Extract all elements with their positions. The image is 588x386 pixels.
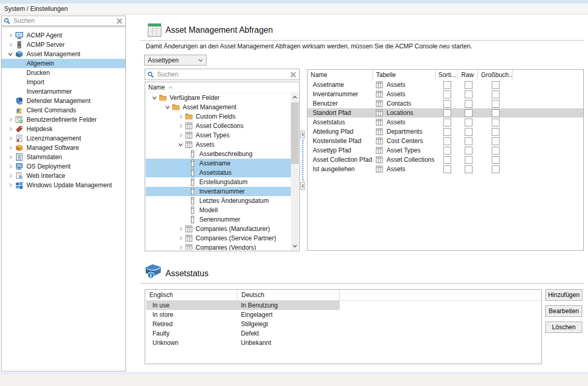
sidebar-item-client-commands[interactable]: Client Commands: [2, 106, 125, 115]
status-row-faulty[interactable]: FaultyDefekt: [145, 329, 541, 338]
fields-column-header[interactable]: Name: [145, 82, 299, 93]
field-tree-item-asset-types[interactable]: Asset Types: [146, 131, 291, 140]
chevron-down-icon[interactable]: [177, 142, 184, 147]
sort-checkbox[interactable]: [443, 137, 451, 145]
raw-checkbox[interactable]: [465, 147, 472, 155]
query-column-row-benutzer[interactable]: BenutzerContacts: [308, 99, 583, 108]
query-column-row-ist-ausgeliehen[interactable]: Ist ausgeliehenAssets: [308, 164, 583, 174]
column-header-name[interactable]: Name: [308, 70, 373, 80]
sidebar-item-allgemein[interactable]: Allgemein: [2, 59, 125, 68]
chevron-right-icon[interactable]: [7, 33, 14, 38]
query-columns-header[interactable]: NameTabelleSorti...RawGroßbuch...: [308, 70, 583, 80]
field-tree-item-asset-collections[interactable]: Asset Collections: [146, 121, 291, 131]
uppercase-checkbox[interactable]: [492, 137, 500, 145]
column-header-sorti[interactable]: Sorti...: [436, 70, 458, 80]
field-tree-item-assetname[interactable]: Assetname: [146, 159, 291, 168]
raw-checkbox[interactable]: [465, 128, 472, 136]
bearbeiten-button[interactable]: Bearbeiten: [545, 305, 582, 317]
query-column-row-assetstatus[interactable]: AssetstatusAssets: [308, 118, 583, 127]
uppercase-checkbox[interactable]: [492, 91, 500, 98]
sort-checkbox[interactable]: [443, 156, 451, 164]
raw-checkbox[interactable]: [465, 100, 472, 108]
scrollbar-thumb[interactable]: [291, 102, 299, 164]
query-column-row-standort-pfad[interactable]: Standort PfadLocations: [308, 108, 583, 118]
sidebar-item-managed-software[interactable]: Managed Software: [2, 143, 125, 152]
status-row-in-store[interactable]: In storeEingelagert: [145, 310, 541, 319]
chevron-right-icon[interactable]: [7, 183, 14, 188]
uppercase-checkbox[interactable]: [492, 119, 500, 126]
sidebar-search[interactable]: [1, 16, 126, 26]
field-tree-item-companies-service-partner[interactable]: Companies (Service Partner): [146, 234, 291, 243]
query-column-row-abteilung-pfad[interactable]: Abteilung PfadDepartments: [308, 127, 583, 136]
scroll-up-icon[interactable]: [291, 93, 299, 101]
column-header-grossbuch[interactable]: Großbuch...: [478, 70, 513, 80]
chevron-right-icon[interactable]: [7, 42, 14, 47]
chevron-right-icon[interactable]: [177, 226, 184, 231]
status-row-retired[interactable]: RetiredStillgelegt: [145, 319, 541, 329]
raw-checkbox[interactable]: [465, 137, 472, 145]
field-tree-item-companies-manufacturer[interactable]: Companies (Manufacturer): [146, 224, 291, 234]
sidebar-item-lizenzmanagement[interactable]: Lizenzmanagement: [2, 134, 125, 143]
uppercase-checkbox[interactable]: [492, 81, 500, 89]
assetstatus-header[interactable]: EnglischDeutsch: [145, 290, 541, 301]
sidebar-item-inventarnummer[interactable]: Inventarnummer: [2, 87, 125, 96]
sort-checkbox[interactable]: [443, 81, 451, 89]
splitter-collapse-icon[interactable]: [300, 182, 305, 190]
clear-search-icon[interactable]: [290, 72, 296, 78]
sidebar-item-asset-management[interactable]: Asset Management: [2, 49, 125, 59]
fields-search[interactable]: [145, 69, 300, 80]
chevron-right-icon[interactable]: [7, 164, 14, 169]
sidebar-item-stammdaten[interactable]: Stammdaten: [2, 152, 125, 162]
sidebar-item-windows-update-management[interactable]: Windows Update Management: [2, 181, 125, 190]
sidebar-item-helpdesk[interactable]: Helpdesk: [2, 124, 125, 134]
raw-checkbox[interactable]: [465, 109, 472, 117]
query-column-row-inventarnummer[interactable]: InventarnummerAssets: [308, 89, 583, 99]
query-column-row-assetname[interactable]: AssetnameAssets: [308, 80, 583, 89]
sort-checkbox[interactable]: [443, 147, 451, 155]
scroll-down-icon[interactable]: [291, 242, 299, 250]
uppercase-checkbox[interactable]: [492, 156, 500, 164]
field-tree-item-verfugbare-felder[interactable]: Verfügbare Felder: [146, 93, 291, 102]
status-row-unknown[interactable]: UnknownUnbekannt: [145, 338, 541, 348]
chevron-right-icon[interactable]: [7, 126, 14, 132]
chevron-right-icon[interactable]: [177, 133, 184, 138]
asset-type-select[interactable]: Assettypen: [144, 55, 207, 66]
chevron-right-icon[interactable]: [7, 145, 14, 150]
field-tree-item-seriennummer[interactable]: Seriennummer: [146, 215, 291, 224]
field-tree-item-modell[interactable]: Modell: [146, 205, 291, 215]
sort-checkbox[interactable]: [443, 128, 451, 136]
clear-search-icon[interactable]: [117, 18, 122, 24]
sort-checkbox[interactable]: [443, 91, 451, 98]
sort-checkbox[interactable]: [443, 100, 451, 108]
chevron-right-icon[interactable]: [177, 114, 184, 119]
sidebar-item-os-deployment[interactable]: OS Deployment: [2, 162, 125, 171]
field-tree-item-letztes-anderungsdatum[interactable]: Letztes Änderungsdatum: [146, 196, 291, 205]
sidebar-search-input[interactable]: [12, 17, 117, 25]
panel-splitter[interactable]: [302, 139, 303, 181]
column-header-tabelle[interactable]: Tabelle: [373, 70, 436, 80]
sidebar-item-web-interface[interactable]: Web Interface: [2, 171, 125, 181]
sidebar-item-import[interactable]: Import: [2, 78, 125, 87]
chevron-down-icon[interactable]: [164, 105, 171, 110]
field-tree-item-assetbeschreibung[interactable]: Assetbeschreibung: [146, 149, 291, 159]
status-row-in-use[interactable]: In useIn Benutzung: [145, 301, 541, 310]
column-header-raw[interactable]: Raw: [458, 70, 478, 80]
field-tree-item-custom-fields[interactable]: Custom Fields: [146, 112, 291, 121]
chevron-right-icon[interactable]: [7, 173, 14, 178]
query-column-row-kostenstelle-pfad[interactable]: Kostenstelle PfadCost Centers: [308, 136, 583, 146]
query-column-row-assettyp-pfad[interactable]: Assettyp PfadAsset Types: [308, 146, 583, 155]
field-tree-item-asset-management[interactable]: Asset Management: [146, 102, 291, 112]
sort-checkbox[interactable]: [443, 165, 451, 173]
raw-checkbox[interactable]: [465, 165, 472, 173]
raw-checkbox[interactable]: [465, 91, 472, 98]
sidebar-item-benutzerdefinierte-felder[interactable]: Benutzerdefinierte Felder: [2, 115, 125, 124]
uppercase-checkbox[interactable]: [492, 109, 500, 117]
hinzufugen-button[interactable]: Hinzufügen: [545, 289, 582, 301]
chevron-right-icon[interactable]: [177, 245, 184, 250]
chevron-right-icon[interactable]: [7, 117, 14, 122]
chevron-right-icon[interactable]: [7, 136, 14, 141]
raw-checkbox[interactable]: [465, 81, 472, 89]
query-column-row-asset-collection-pfad[interactable]: Asset Collection PfadAsset Collections: [308, 155, 583, 164]
sidebar-item-defender-management[interactable]: Defender Management: [2, 96, 125, 106]
fields-search-input[interactable]: [156, 70, 290, 79]
